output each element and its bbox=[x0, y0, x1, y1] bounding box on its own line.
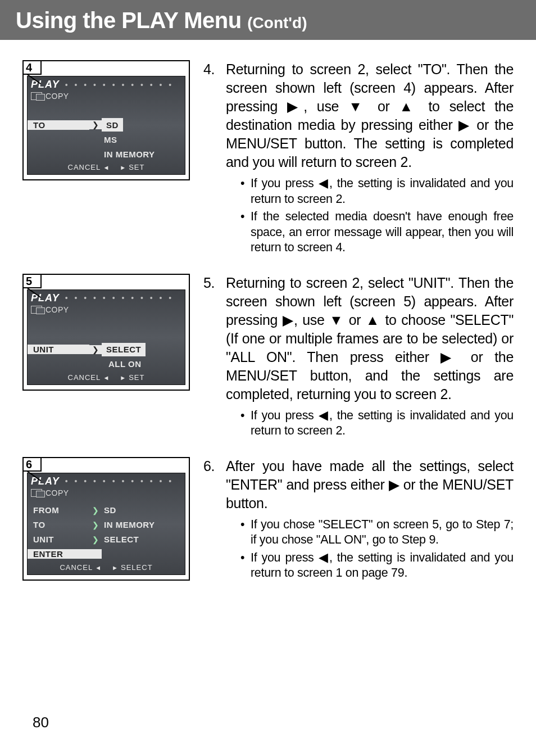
chevron-right-icon: ❯ bbox=[89, 120, 102, 129]
right-arrow-icon: ▶ bbox=[458, 117, 471, 133]
menu-row-to: TO ❯ SD bbox=[28, 117, 185, 132]
set-label: SET bbox=[129, 163, 144, 171]
menu-row-to: TO ❯ IN MEMORY bbox=[28, 518, 185, 532]
lcd-top: PLAY • • • • • • • • • • • • bbox=[28, 76, 185, 92]
screen-6-lcd: PLAY• • • • • • • • • • • • COPY FROM ❯ … bbox=[27, 473, 185, 575]
step-body: Returning to screen 2, select "TO". Then… bbox=[226, 60, 514, 258]
triangle-left-icon: ◄ bbox=[95, 564, 104, 571]
lcd-list: TO ❯ SD MS IN MEMORY bbox=[28, 103, 185, 161]
screen-6-col: 6 PLAY• • • • • • • • • • • • COPY FROM … bbox=[22, 457, 191, 581]
right-arrow-icon: ▶ bbox=[389, 477, 399, 492]
triangle-left-icon: ◄ bbox=[103, 374, 112, 381]
step-4: 4 Returning to screen 2, select "TO". Th… bbox=[203, 60, 514, 258]
screen-6-tag: 6 bbox=[22, 457, 42, 472]
copy-icon bbox=[31, 92, 42, 100]
up-arrow-icon: ▲ bbox=[399, 98, 419, 114]
step-number: 5 bbox=[203, 274, 219, 441]
menu-value-inmem: IN MEMORY bbox=[102, 150, 155, 159]
up-arrow-icon: ▲ bbox=[366, 312, 380, 328]
menu-row-allon: ALL ON bbox=[28, 357, 185, 372]
left-arrow-icon: ◀ bbox=[319, 551, 329, 564]
copy-label: COPY bbox=[46, 488, 69, 497]
copy-label: COPY bbox=[46, 305, 69, 314]
copy-icon bbox=[31, 306, 42, 314]
menu-row-from: FROM ❯ SD bbox=[28, 503, 185, 518]
step-4-bullets: If you press ◀, the setting is invalidat… bbox=[226, 176, 514, 256]
row-step-4: 4 PLAY • • • • • • • • • • • • COPY bbox=[22, 60, 514, 258]
chevron-right-icon: ❯ bbox=[89, 535, 102, 544]
lcd-footer: CANCEL ◄ ► SELECT bbox=[28, 562, 185, 574]
menu-row-unit: UNIT ❯ SELECT bbox=[28, 532, 185, 547]
step-body: After you have made all the settings, se… bbox=[226, 457, 514, 583]
cancel-label: CANCEL bbox=[68, 163, 101, 171]
screen-6-frame: 6 PLAY• • • • • • • • • • • • COPY FROM … bbox=[22, 457, 190, 581]
triangle-right-icon: ► bbox=[112, 564, 121, 571]
menu-row-ms: MS bbox=[28, 132, 185, 147]
chevron-right-icon: ❯ bbox=[89, 520, 102, 529]
screen-4-frame: 4 PLAY • • • • • • • • • • • • COPY bbox=[22, 60, 190, 180]
menu-label: TO bbox=[28, 120, 89, 130]
header-title-main: Using the PLAY Menu bbox=[16, 8, 247, 33]
step-body: Returning to screen 2, select "UNIT". Th… bbox=[226, 274, 514, 441]
bullet: If you press ◀, the setting is invalidat… bbox=[240, 176, 514, 207]
chevron-right-icon: ❯ bbox=[89, 345, 102, 354]
step-6-text: 6 After you have made all the settings, … bbox=[203, 457, 514, 583]
step-5-text: 5 Returning to screen 2, select "UNIT". … bbox=[203, 274, 514, 441]
step-5: 5 Returning to screen 2, select "UNIT". … bbox=[203, 274, 514, 441]
menu-label: UNIT bbox=[28, 345, 89, 354]
menu-row-enter: ENTER bbox=[28, 547, 185, 562]
menu-value-allon: ALL ON bbox=[102, 359, 142, 369]
copy-label: COPY bbox=[46, 92, 69, 101]
menu-row-unit: UNIT ❯ SELECT bbox=[28, 342, 185, 357]
copy-icon bbox=[31, 489, 42, 497]
screen-5-lcd: PLAY• • • • • • • • • • • • COPY UNIT ❯ … bbox=[27, 289, 185, 385]
dots-icon: • • • • • • • • • • • • bbox=[65, 293, 174, 302]
down-arrow-icon: ▼ bbox=[329, 312, 344, 328]
page-header: Using the PLAY Menu (Cont'd) bbox=[0, 0, 536, 40]
step-number: 6 bbox=[203, 457, 219, 583]
screen-5-col: 5 PLAY• • • • • • • • • • • • COPY UNIT … bbox=[22, 274, 191, 391]
left-arrow-icon: ◀ bbox=[319, 409, 329, 422]
step-number: 4 bbox=[203, 60, 219, 258]
content-area: 4 PLAY • • • • • • • • • • • • COPY bbox=[0, 40, 536, 583]
down-arrow-icon: ▼ bbox=[348, 98, 368, 114]
step-6-bullets: If you chose "SELECT" on screen 5, go to… bbox=[226, 517, 514, 581]
row-step-5: 5 PLAY• • • • • • • • • • • • COPY UNIT … bbox=[22, 274, 514, 441]
screen-4-lcd: PLAY • • • • • • • • • • • • COPY TO ❯ S… bbox=[27, 76, 185, 175]
chevron-right-icon: ❯ bbox=[89, 506, 102, 515]
menu-value-select: SELECT bbox=[102, 343, 146, 356]
step-6: 6 After you have made all the settings, … bbox=[203, 457, 514, 583]
page-number: 80 bbox=[33, 714, 49, 731]
screen-4-tag: 4 bbox=[22, 60, 42, 75]
triangle-right-icon: ► bbox=[120, 374, 129, 381]
step-4-text: 4 Returning to screen 2, select "TO". Th… bbox=[203, 60, 514, 258]
page: Using the PLAY Menu (Cont'd) 4 PLAY • • … bbox=[0, 0, 536, 756]
menu-value-sd: SD bbox=[102, 118, 123, 132]
right-arrow-icon: ▶ bbox=[440, 349, 459, 365]
right-arrow-icon: ▶ bbox=[287, 98, 303, 114]
row-step-6: 6 PLAY• • • • • • • • • • • • COPY FROM … bbox=[22, 457, 514, 583]
step-5-bullets: If you press ◀, the setting is invalidat… bbox=[226, 408, 514, 439]
screen-4-col: 4 PLAY • • • • • • • • • • • • COPY bbox=[22, 60, 191, 180]
menu-row-inmem: IN MEMORY bbox=[28, 147, 185, 161]
left-arrow-icon: ◀ bbox=[319, 176, 329, 190]
dots-icon: • • • • • • • • • • • • bbox=[65, 80, 174, 89]
bullet: If the selected media doesn't have enoug… bbox=[240, 209, 514, 256]
lcd-footer: CANCEL ◄ ► SET bbox=[28, 161, 185, 174]
right-arrow-icon: ▶ bbox=[283, 312, 294, 328]
copy-row: COPY bbox=[28, 92, 185, 103]
dots-icon: • • • • • • • • • • • • bbox=[65, 477, 174, 486]
lcd-footer: CANCEL ◄ ► SET bbox=[28, 372, 185, 384]
bullet: If you press ◀, the setting is invalidat… bbox=[240, 408, 514, 439]
bullet: If you press ◀, the setting is invalidat… bbox=[240, 550, 514, 581]
triangle-right-icon: ► bbox=[120, 164, 129, 171]
menu-value-ms: MS bbox=[102, 135, 117, 144]
bullet: If you chose "SELECT" on screen 5, go to… bbox=[240, 517, 514, 548]
screen-5-tag: 5 bbox=[22, 274, 42, 288]
screen-5-frame: 5 PLAY• • • • • • • • • • • • COPY UNIT … bbox=[22, 274, 190, 391]
triangle-left-icon: ◄ bbox=[103, 164, 112, 171]
header-title-sub: (Cont'd) bbox=[247, 14, 307, 31]
